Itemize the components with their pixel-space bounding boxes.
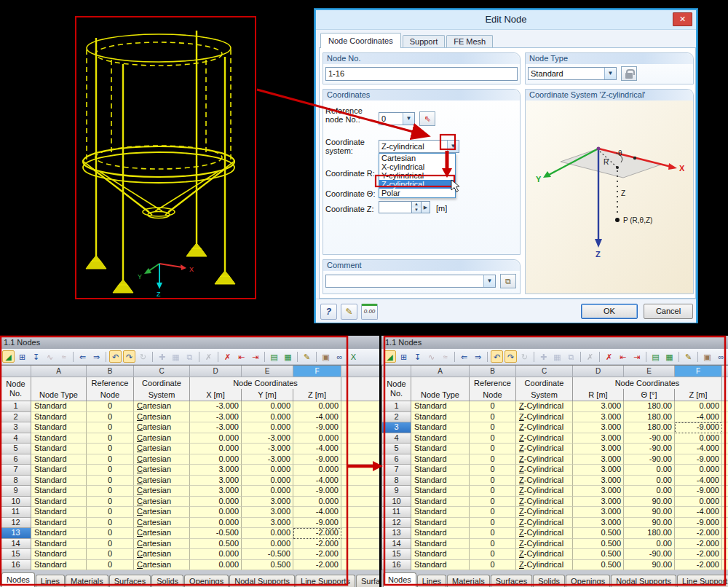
- add-icon[interactable]: ✚: [156, 350, 168, 363]
- column-letter-A[interactable]: A: [31, 366, 87, 377]
- cell-node-type[interactable]: Standard: [411, 412, 470, 423]
- cell-node-type[interactable]: Standard: [31, 444, 87, 454]
- header-coordinate[interactable]: Coordinate: [134, 377, 190, 389]
- cell-node-type[interactable]: Standard: [411, 454, 470, 465]
- excel-export-icon[interactable]: X: [347, 350, 360, 363]
- row-number[interactable]: 6: [382, 454, 411, 465]
- cell-coord-1[interactable]: 0.000: [190, 454, 242, 465]
- cell-coord-2[interactable]: 0.00: [624, 476, 675, 486]
- header-node-type[interactable]: Node Type: [411, 389, 470, 401]
- cell-node-type[interactable]: Standard: [31, 528, 87, 539]
- header-reference[interactable]: Reference: [87, 377, 134, 389]
- column-letter-B[interactable]: B: [470, 366, 516, 377]
- cell-coord-2[interactable]: -90.00: [624, 444, 675, 454]
- row-number[interactable]: 3: [1, 422, 31, 433]
- cell-coord-2[interactable]: 0.500: [242, 560, 293, 571]
- column-letter-E[interactable]: E: [624, 366, 675, 377]
- table-tab-lines[interactable]: Lines: [417, 575, 446, 587]
- cell-reference-node[interactable]: 0: [470, 401, 516, 412]
- cell-coord-1[interactable]: 0.500: [573, 528, 624, 539]
- copy-icon[interactable]: ▦: [170, 350, 182, 363]
- table-tab-surfaces[interactable]: Surfaces: [491, 575, 532, 587]
- cell-coord-2[interactable]: 90.00: [624, 518, 675, 529]
- cell-coord-3[interactable]: -2.000: [675, 528, 722, 539]
- table-tab-surfaces[interactable]: Surfaces: [109, 575, 151, 587]
- row-number[interactable]: 3: [382, 422, 411, 433]
- spinner-buttons[interactable]: ▲ ▼: [412, 201, 422, 213]
- cell-coord-2[interactable]: -90.00: [624, 549, 675, 560]
- table-tab-nodal-supports[interactable]: Nodal Supports: [611, 575, 676, 587]
- cell-coord-2[interactable]: 3.000: [242, 497, 293, 508]
- cell-coord-2[interactable]: -90.00: [624, 433, 675, 444]
- cell-coord-2[interactable]: 0.00: [624, 486, 675, 497]
- cell-coord-1[interactable]: 3.000: [573, 454, 624, 465]
- cell-coord-1[interactable]: 0.500: [190, 539, 242, 550]
- cell-reference-node[interactable]: 0: [470, 454, 516, 465]
- cell-node-type[interactable]: Standard: [411, 518, 470, 529]
- row-number[interactable]: 12: [382, 518, 411, 529]
- print-preview-icon[interactable]: ▣: [320, 350, 332, 363]
- cell-coord-1[interactable]: 3.000: [573, 497, 624, 508]
- cell-coordinate-system[interactable]: Z-Cylindrical: [516, 401, 573, 412]
- row-number[interactable]: 8: [382, 476, 411, 486]
- cell-coord-3[interactable]: 0.000: [675, 497, 722, 508]
- insert-row-icon[interactable]: ⊞: [16, 350, 28, 363]
- row-number[interactable]: 2: [382, 412, 411, 423]
- cell-coordinate-system[interactable]: Z-Cylindrical: [516, 549, 573, 560]
- cell-node-type[interactable]: Standard: [411, 549, 470, 560]
- cell-coord-3[interactable]: -9.000: [293, 454, 341, 465]
- cell-coordinate-system[interactable]: Cartesian: [134, 412, 190, 423]
- header-node-coordinates[interactable]: Node Coordinates: [573, 377, 722, 389]
- cell-coordinate-system[interactable]: Z-Cylindrical: [516, 465, 573, 476]
- cell-reference-node[interactable]: 0: [87, 539, 134, 550]
- row-number[interactable]: 7: [1, 465, 31, 476]
- cell-coordinate-system[interactable]: Cartesian: [134, 507, 190, 518]
- cell-coord-1[interactable]: 0.000: [190, 518, 242, 529]
- spinner-down-icon[interactable]: ▼: [412, 208, 421, 213]
- cell-coordinate-system[interactable]: Cartesian: [134, 401, 190, 412]
- table-tab-openings[interactable]: Openings: [566, 575, 610, 587]
- cell-coord-3[interactable]: -4.000: [675, 412, 722, 423]
- cell-reference-node[interactable]: 0: [87, 528, 134, 539]
- refresh-icon[interactable]: ↻: [137, 350, 149, 363]
- tab-fe-mesh[interactable]: FE Mesh: [446, 35, 493, 48]
- redo-icon[interactable]: ↷: [505, 350, 517, 363]
- cell-coordinate-system[interactable]: Z-Cylindrical: [516, 422, 573, 433]
- cell-coord-3[interactable]: -9.000: [675, 422, 722, 433]
- cell-coordinate-system[interactable]: Cartesian: [134, 560, 190, 571]
- delete-right-icon[interactable]: ⇥: [249, 350, 261, 363]
- cell-coord-3[interactable]: -2.000: [675, 560, 722, 571]
- cell-coord-1[interactable]: 0.000: [190, 560, 242, 571]
- cell-coord-3[interactable]: -4.000: [293, 444, 341, 454]
- cell-coord-1[interactable]: 0.000: [190, 433, 242, 444]
- header-theta[interactable]: Θ [°]: [624, 389, 675, 401]
- cell-coord-1[interactable]: 3.000: [573, 422, 624, 433]
- cell-coord-2[interactable]: 0.00: [624, 465, 675, 476]
- table-split-icon[interactable]: ▦: [663, 350, 676, 363]
- cell-coord-1[interactable]: 3.000: [573, 465, 624, 476]
- cell-coord-1[interactable]: 3.000: [573, 476, 624, 486]
- header-node[interactable]: Node: [470, 389, 516, 401]
- header-reference[interactable]: Reference: [470, 377, 516, 389]
- column-letter-F[interactable]: F: [675, 366, 722, 377]
- cell-coord-2[interactable]: 90.00: [624, 560, 675, 571]
- cell-coord-1[interactable]: -0.500: [190, 528, 242, 539]
- cell-coord-3[interactable]: -2.000: [293, 528, 341, 539]
- cell-coord-2[interactable]: 3.000: [242, 518, 293, 529]
- row-number[interactable]: 15: [382, 549, 411, 560]
- cell-coordinate-system[interactable]: Cartesian: [134, 539, 190, 550]
- table-tab-materials[interactable]: Materials: [66, 575, 108, 587]
- header-system[interactable]: System: [516, 389, 573, 401]
- cell-coord-2[interactable]: -90.00: [624, 454, 675, 465]
- cell-coordinate-system[interactable]: Cartesian: [134, 465, 190, 476]
- delete-right-icon[interactable]: ⇥: [630, 350, 643, 363]
- cell-coord-2[interactable]: 0.000: [242, 465, 293, 476]
- header-r[interactable]: R [m]: [573, 389, 624, 401]
- waveform-icon[interactable]: ≈: [58, 350, 70, 363]
- table-split-icon[interactable]: ▦: [282, 350, 294, 363]
- cell-coord-1[interactable]: 3.000: [573, 401, 624, 412]
- cell-coord-1[interactable]: 0.500: [573, 560, 624, 571]
- cell-node-type[interactable]: Standard: [31, 518, 87, 529]
- view-glasses-icon[interactable]: ∞: [715, 350, 727, 363]
- cell-coord-1[interactable]: 0.000: [190, 497, 242, 508]
